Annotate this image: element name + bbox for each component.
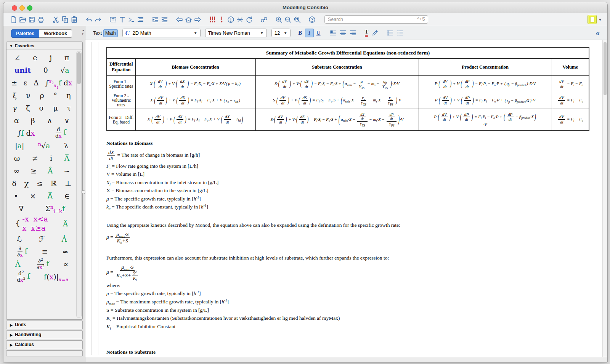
palette-item[interactable]: • <box>14 192 18 200</box>
debug-icon[interactable] <box>235 15 244 24</box>
mode-text-button[interactable]: Text <box>92 30 103 37</box>
exec-all-icon[interactable] <box>208 15 217 24</box>
palette-item[interactable]: β <box>31 116 35 125</box>
palette-item[interactable]: μ <box>53 104 58 112</box>
equation-cell[interactable]: P·(dVdt) + V·(dPdt) = Fi·Pi − Fo·P + (qp… <box>419 76 552 92</box>
palette-item[interactable]: ∫x2x1f dx <box>45 79 72 87</box>
tab-palettes[interactable]: Palettes <box>11 29 39 38</box>
palette-item[interactable]: σ <box>39 104 44 112</box>
collapse-panel-button[interactable]: « <box>596 29 604 37</box>
palette-item[interactable]: Ä <box>63 220 68 228</box>
align-right-button[interactable] <box>349 29 357 37</box>
indent-icon[interactable] <box>151 15 160 24</box>
list-dots-button[interactable] <box>386 29 394 37</box>
palette-item[interactable]: Â <box>48 167 53 175</box>
palette-item[interactable]: η <box>66 91 71 99</box>
palette-item[interactable]: Δ <box>34 79 39 87</box>
palette-item[interactable]: ℒ <box>16 235 22 243</box>
horizontal-scrollbar[interactable] <box>85 357 607 362</box>
palette-item[interactable]: ℝ <box>51 179 57 188</box>
palette-item[interactable]: ≠ <box>32 154 38 162</box>
palette-item[interactable]: ξ <box>13 91 16 99</box>
equation-cell[interactable]: P·(dVdt) + V·(dPdt) = Fi·Pi − Fo·P + (dP… <box>419 109 552 131</box>
palette-item[interactable]: θ <box>43 66 48 74</box>
font-dropdown[interactable]: Times New Roman ▼ <box>205 29 267 37</box>
zoom-in-icon[interactable] <box>274 15 283 24</box>
tab-workbook[interactable]: Workbook <box>39 29 72 38</box>
palette-item[interactable]: A̅ <box>64 154 70 162</box>
outdent-icon[interactable] <box>160 15 169 24</box>
style-dropdown[interactable]: C 2D Math ▼ <box>122 29 201 37</box>
palette-item[interactable]: ≡ <box>42 247 48 256</box>
palette-item[interactable]: ∝ <box>63 260 68 268</box>
palette-item[interactable]: unit <box>14 66 31 74</box>
print-icon[interactable] <box>36 15 45 24</box>
palette-item[interactable]: ∂2∂x2f <box>35 258 49 270</box>
palette-item[interactable]: j <box>50 53 52 62</box>
worksheet-area[interactable]: Summary of Metabolic Growth Differential… <box>85 40 607 357</box>
palette-item[interactable]: ddxf <box>53 127 66 139</box>
equation-cell[interactable]: dVdt = Fi − Fo <box>552 92 589 109</box>
palette-item[interactable]: ~ <box>64 167 70 175</box>
palette-item[interactable]: i <box>50 154 52 162</box>
equation-cell[interactable]: dVdt = Fi − Fo <box>552 109 589 131</box>
palette-highlight-icon[interactable] <box>588 15 597 24</box>
underline-button[interactable]: U <box>315 29 323 37</box>
sidebar-section-calculus[interactable]: ▶Calculus <box>6 340 83 349</box>
palette-item[interactable]: ∠ <box>14 53 20 62</box>
palette-item[interactable]: ≈ <box>62 247 68 256</box>
palette-item[interactable]: ≥ <box>30 167 37 175</box>
palette-item[interactable]: A⃗ <box>48 192 53 200</box>
equation-cell[interactable]: P·(dVdt) + V·(dPdt) = Fi·Pi − Fo·P + (rp… <box>419 92 552 109</box>
palette-item[interactable]: d2dx2f <box>15 271 30 283</box>
palette-item[interactable]: × <box>30 192 36 200</box>
palette-item[interactable]: π <box>64 53 69 62</box>
palette-item[interactable]: |a| <box>15 141 24 150</box>
palette-item[interactable]: ∈ <box>64 192 70 200</box>
vertical-scrollbar-thumb[interactable] <box>604 42 607 95</box>
prompt-icon[interactable] <box>127 15 136 24</box>
font-size-dropdown[interactable]: 12 ▼ <box>271 29 291 37</box>
palette-item[interactable]: √a <box>60 66 69 74</box>
palette-item[interactable]: ∧ <box>47 116 52 125</box>
palette-item[interactable]: ε <box>24 79 27 87</box>
restart-icon[interactable] <box>244 15 254 24</box>
copy-icon[interactable] <box>60 15 69 24</box>
sidebar-section-units[interactable]: ▶Units <box>6 321 83 329</box>
vertical-scrollbar[interactable] <box>602 40 607 357</box>
home-icon[interactable] <box>184 15 193 24</box>
palette-item[interactable]: e <box>33 53 37 62</box>
palette-item[interactable]: ∂∂xf <box>15 245 27 258</box>
bold-button[interactable]: B <box>296 29 304 37</box>
palette-item[interactable]: ∫f dx <box>17 129 35 137</box>
palette-item[interactable]: ρ <box>40 91 44 99</box>
palette-item[interactable]: { -x x<ax x≥a <box>15 215 48 233</box>
align-center-button[interactable] <box>339 29 347 37</box>
palette-item[interactable]: ζ <box>26 104 30 112</box>
sidebar-section-handwriting[interactable]: ▶Handwriting <box>6 330 83 339</box>
palette-item[interactable]: ∨ <box>64 116 69 125</box>
zoom-out-icon[interactable] <box>283 15 292 24</box>
pen-icon[interactable] <box>371 29 379 37</box>
select-icon[interactable] <box>108 15 117 24</box>
section-icon[interactable] <box>136 15 145 24</box>
palette-item[interactable]: ° <box>53 91 57 99</box>
palette-item[interactable]: ± <box>11 79 17 87</box>
list-numbered-button[interactable] <box>396 29 404 37</box>
sidebar-collapse-arrows[interactable]: ◂▸ <box>82 29 84 35</box>
palette-item[interactable]: γ <box>13 104 17 112</box>
chevron-down-icon[interactable]: ▼ <box>598 18 602 22</box>
palette-item[interactable]: ∇ <box>19 204 24 213</box>
palette-item[interactable]: Σni=kf <box>45 204 65 213</box>
palette-item[interactable]: χ <box>24 179 29 188</box>
equation-cell[interactable]: S·(dVdt) + V·(dSdt) = Fi·Si − Fo·S + (αs… <box>255 76 419 92</box>
equation-cell[interactable]: X·(dVdt) + V·(dXdt) = Fi·Xi − Fo·X + V·(… <box>135 109 255 131</box>
palette-item[interactable]: δ <box>12 179 16 188</box>
equation-cell[interactable]: S·(dVdt) + V·(dSdt) = Fi·Si − Fo·S + (αs… <box>255 109 419 131</box>
palette-item[interactable]: ω <box>14 154 20 162</box>
palette-item[interactable]: ν <box>26 91 30 99</box>
undo-icon[interactable] <box>84 15 93 24</box>
mode-math-button[interactable]: Math <box>103 29 118 37</box>
palette-item[interactable]: ⊥ <box>65 179 72 188</box>
help-icon[interactable] <box>307 15 316 24</box>
